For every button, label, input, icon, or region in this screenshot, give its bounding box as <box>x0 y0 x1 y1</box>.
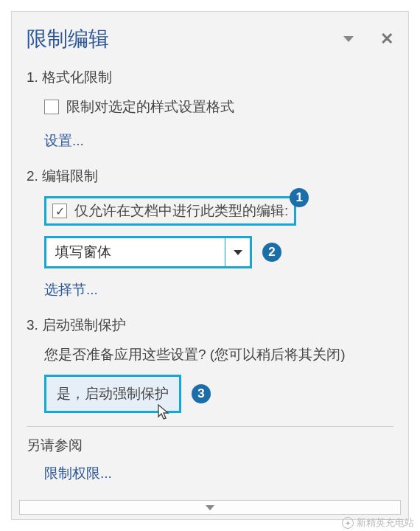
formatting-restrict-row: 限制对选定的样式设置格式 <box>44 97 393 117</box>
editing-restrict-label: 仅允许在文档中进行此类型的编辑: <box>74 201 288 221</box>
editing-restrict-checkbox[interactable] <box>52 204 67 218</box>
editing-type-row: 填写窗体 2 <box>44 236 393 268</box>
enforce-prompt: 您是否准备应用这些设置? (您可以稍后将其关闭) <box>44 345 393 364</box>
start-enforcement-label: 是，启动强制保护 <box>57 386 169 401</box>
formatting-restrict-label: 限制对选定的样式设置格式 <box>66 97 234 117</box>
formatting-restrict-checkbox[interactable] <box>44 100 59 114</box>
formatting-settings-link[interactable]: 设置... <box>44 131 84 150</box>
chevron-down-icon <box>206 505 214 510</box>
editing-type-value: 填写窗体 <box>46 243 225 262</box>
editing-type-dropdown[interactable]: 填写窗体 <box>44 236 252 268</box>
divider <box>27 426 393 427</box>
select-sections-link[interactable]: 选择节... <box>44 280 98 299</box>
callout-badge-1: 1 <box>290 188 309 207</box>
editing-restrict-highlight: 仅允许在文档中进行此类型的编辑: 1 <box>44 196 296 226</box>
section3-heading: 3. 启动强制保护 <box>27 316 393 335</box>
start-enforcement-button[interactable]: 是，启动强制保护 <box>44 375 181 413</box>
panel-title: 限制编辑 <box>27 25 109 53</box>
panel-options-dropdown-icon[interactable] <box>343 36 354 42</box>
wechat-icon: ✦ <box>342 517 354 529</box>
watermark-text: 新精英充电站 <box>357 516 414 530</box>
section1-heading: 1. 格式化限制 <box>27 68 393 87</box>
scroll-down-bar[interactable] <box>19 500 401 515</box>
restrict-permission-link[interactable]: 限制权限... <box>44 464 112 483</box>
panel-controls: ✕ <box>343 30 393 49</box>
section2-heading: 2. 编辑限制 <box>27 167 393 186</box>
watermark: ✦ 新精英充电站 <box>342 516 414 530</box>
enforce-row: 是，启动强制保护 3 <box>44 375 393 413</box>
panel-header: 限制编辑 ✕ <box>27 25 393 53</box>
chevron-down-icon <box>234 250 242 255</box>
see-also-heading: 另请参阅 <box>27 436 393 455</box>
restrict-editing-panel: 限制编辑 ✕ 1. 格式化限制 限制对选定的样式设置格式 设置... 2. 编辑… <box>11 11 409 520</box>
mouse-cursor-icon <box>157 403 172 421</box>
callout-badge-3: 3 <box>192 384 211 403</box>
close-icon[interactable]: ✕ <box>380 30 393 49</box>
dropdown-button[interactable] <box>225 238 250 266</box>
callout-badge-2: 2 <box>262 243 281 262</box>
